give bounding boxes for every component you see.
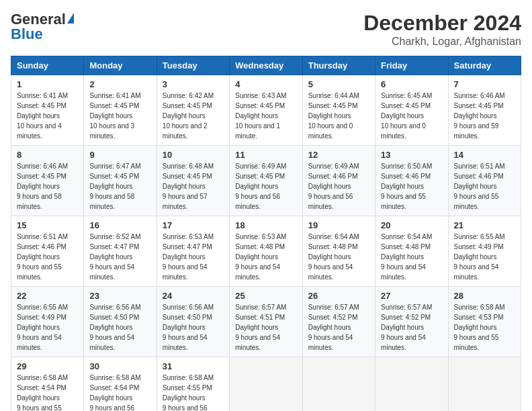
daylight-label: Daylight hours (89, 324, 132, 331)
daylight-label: Daylight hours (454, 183, 497, 190)
daylight-value: 9 hours and 55 minutes. (381, 193, 426, 210)
sunrise-label: Sunrise: 6:53 AM (163, 233, 214, 240)
calendar-cell: 19 Sunrise: 6:54 AM Sunset: 4:48 PM Dayl… (302, 216, 375, 287)
calendar-cell: 9 Sunrise: 6:47 AM Sunset: 4:45 PM Dayli… (84, 146, 157, 216)
calendar-cell: 21 Sunrise: 6:55 AM Sunset: 4:49 PM Dayl… (448, 216, 521, 287)
weekday-header-wednesday: Wednesday (230, 56, 302, 75)
daylight-label: Daylight hours (17, 183, 60, 190)
calendar-cell (230, 357, 302, 412)
day-info: Sunrise: 6:57 AM Sunset: 4:51 PM Dayligh… (235, 302, 296, 353)
sunrise-label: Sunrise: 6:57 AM (308, 304, 359, 311)
calendar-cell: 12 Sunrise: 6:49 AM Sunset: 4:46 PM Dayl… (302, 146, 375, 216)
logo: General Blue (11, 11, 74, 43)
day-number: 30 (89, 361, 150, 371)
daylight-label: Daylight hours (381, 112, 424, 120)
daylight-value: 10 hours and 0 minutes. (381, 122, 426, 140)
calendar-week-row: 8 Sunrise: 6:46 AM Sunset: 4:45 PM Dayli… (11, 146, 521, 216)
daylight-label: Daylight hours (381, 324, 424, 331)
daylight-value: 9 hours and 55 minutes. (17, 404, 62, 411)
sunrise-label: Sunrise: 6:58 AM (89, 374, 140, 381)
daylight-value: 9 hours and 54 minutes. (235, 263, 280, 281)
daylight-label: Daylight hours (17, 253, 60, 261)
day-number: 1 (17, 79, 78, 89)
calendar-cell: 1 Sunrise: 6:41 AM Sunset: 4:45 PM Dayli… (11, 75, 84, 146)
sunset-label: Sunset: 4:45 PM (308, 102, 358, 109)
logo-triangle-icon (67, 13, 74, 24)
calendar-cell: 10 Sunrise: 6:48 AM Sunset: 4:45 PM Dayl… (157, 146, 229, 216)
sunset-label: Sunset: 4:45 PM (163, 102, 212, 109)
sunrise-label: Sunrise: 6:49 AM (235, 163, 286, 170)
sunset-label: Sunset: 4:51 PM (235, 314, 285, 321)
daylight-value: 9 hours and 55 minutes. (454, 193, 499, 210)
daylight-value: 9 hours and 55 minutes. (17, 263, 62, 281)
weekday-header-thursday: Thursday (302, 56, 375, 75)
day-number: 8 (17, 150, 78, 160)
daylight-value: 9 hours and 54 minutes. (89, 334, 134, 351)
day-number: 6 (381, 79, 442, 89)
calendar-cell: 26 Sunrise: 6:57 AM Sunset: 4:52 PM Dayl… (302, 287, 375, 357)
daylight-label: Daylight hours (381, 253, 424, 261)
calendar-cell: 31 Sunrise: 6:58 AM Sunset: 4:55 PM Dayl… (157, 357, 229, 412)
sunset-label: Sunset: 4:55 PM (163, 384, 212, 392)
sunset-label: Sunset: 4:50 PM (163, 314, 212, 321)
day-number: 18 (235, 220, 296, 230)
sunset-label: Sunset: 4:49 PM (454, 243, 504, 250)
sunset-label: Sunset: 4:45 PM (235, 173, 285, 180)
day-info: Sunrise: 6:58 AM Sunset: 4:54 PM Dayligh… (89, 373, 150, 411)
day-number: 29 (17, 361, 78, 371)
daylight-label: Daylight hours (17, 394, 60, 402)
day-info: Sunrise: 6:57 AM Sunset: 4:52 PM Dayligh… (308, 302, 369, 353)
calendar-cell (448, 357, 521, 412)
day-info: Sunrise: 6:56 AM Sunset: 4:50 PM Dayligh… (89, 302, 150, 353)
day-info: Sunrise: 6:50 AM Sunset: 4:46 PM Dayligh… (381, 161, 442, 212)
daylight-value: 9 hours and 56 minutes. (308, 193, 353, 210)
day-info: Sunrise: 6:43 AM Sunset: 4:45 PM Dayligh… (235, 91, 296, 141)
daylight-value: 9 hours and 54 minutes. (308, 263, 353, 281)
month-year-title: December 2024 (363, 11, 521, 36)
sunset-label: Sunset: 4:48 PM (381, 243, 431, 250)
sunrise-label: Sunrise: 6:46 AM (17, 163, 68, 170)
sunrise-label: Sunrise: 6:51 AM (17, 233, 68, 240)
sunrise-label: Sunrise: 6:52 AM (89, 233, 140, 240)
sunrise-label: Sunrise: 6:56 AM (89, 304, 140, 311)
calendar-week-row: 22 Sunrise: 6:55 AM Sunset: 4:49 PM Dayl… (11, 287, 521, 357)
daylight-value: 10 hours and 1 minute. (235, 122, 280, 140)
daylight-value: 9 hours and 54 minutes. (308, 334, 353, 351)
day-number: 24 (163, 291, 224, 301)
daylight-value: 9 hours and 56 minutes. (235, 193, 280, 210)
daylight-label: Daylight hours (89, 394, 132, 402)
day-info: Sunrise: 6:53 AM Sunset: 4:47 PM Dayligh… (163, 232, 224, 282)
sunrise-label: Sunrise: 6:55 AM (17, 304, 68, 311)
calendar-cell: 4 Sunrise: 6:43 AM Sunset: 4:45 PM Dayli… (230, 75, 302, 146)
calendar-table: SundayMondayTuesdayWednesdayThursdayFrid… (11, 56, 521, 411)
day-number: 10 (163, 150, 224, 160)
day-info: Sunrise: 6:54 AM Sunset: 4:48 PM Dayligh… (381, 232, 442, 282)
sunset-label: Sunset: 4:54 PM (17, 384, 66, 392)
day-number: 2 (89, 79, 150, 89)
daylight-label: Daylight hours (235, 324, 278, 331)
weekday-header-saturday: Saturday (448, 56, 521, 75)
calendar-cell (375, 357, 448, 412)
sunrise-label: Sunrise: 6:50 AM (381, 163, 432, 170)
daylight-label: Daylight hours (454, 324, 497, 331)
sunset-label: Sunset: 4:45 PM (17, 173, 66, 180)
daylight-label: Daylight hours (163, 394, 206, 402)
calendar-cell: 18 Sunrise: 6:53 AM Sunset: 4:48 PM Dayl… (230, 216, 302, 287)
sunset-label: Sunset: 4:45 PM (17, 102, 66, 109)
sunset-label: Sunset: 4:52 PM (308, 314, 358, 321)
daylight-value: 10 hours and 3 minutes. (89, 122, 134, 140)
day-number: 26 (308, 291, 369, 301)
sunset-label: Sunset: 4:45 PM (235, 102, 285, 109)
sunrise-label: Sunrise: 6:58 AM (17, 374, 68, 381)
sunset-label: Sunset: 4:46 PM (308, 173, 358, 180)
calendar-cell: 17 Sunrise: 6:53 AM Sunset: 4:47 PM Dayl… (157, 216, 229, 287)
sunrise-label: Sunrise: 6:57 AM (381, 304, 432, 311)
calendar-cell: 6 Sunrise: 6:45 AM Sunset: 4:45 PM Dayli… (375, 75, 448, 146)
logo-blue: Blue (11, 26, 43, 43)
day-info: Sunrise: 6:51 AM Sunset: 4:46 PM Dayligh… (454, 161, 515, 212)
day-number: 12 (308, 150, 369, 160)
sunset-label: Sunset: 4:48 PM (235, 243, 285, 250)
daylight-label: Daylight hours (163, 183, 206, 190)
day-number: 16 (89, 220, 150, 230)
day-info: Sunrise: 6:47 AM Sunset: 4:45 PM Dayligh… (89, 161, 150, 212)
